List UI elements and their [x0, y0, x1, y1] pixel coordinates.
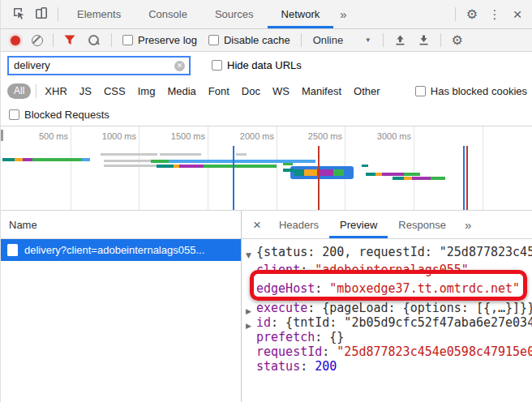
- waterfall-bar: [174, 165, 179, 168]
- overview-gridline: [71, 126, 71, 210]
- tab-response[interactable]: Response: [388, 211, 457, 238]
- tab-sources[interactable]: Sources: [201, 0, 268, 28]
- type-filter-other[interactable]: Other: [354, 85, 380, 97]
- type-filter-doc[interactable]: Doc: [242, 85, 260, 97]
- type-filter-all[interactable]: All: [7, 83, 31, 99]
- has-blocked-cookies-checkbox[interactable]: [415, 86, 426, 96]
- throttling-select[interactable]: Online ▼: [307, 34, 378, 46]
- code-segment: client: [256, 263, 300, 277]
- gear-icon: ⚙: [466, 6, 478, 22]
- overview-waterfall[interactable]: 500 ms1000 ms1500 ms2000 ms2500 ms3000 m…: [1, 126, 532, 211]
- blocked-requests-checkbox[interactable]: [9, 109, 19, 120]
- bottom-split: Name delivery?client=adobeinternalags055…: [1, 211, 532, 402]
- throttling-value: Online: [313, 34, 344, 46]
- overview-tick-label: 1000 ms: [102, 131, 136, 141]
- type-filter-manifest[interactable]: Manifest: [302, 85, 341, 97]
- page-event-line: [463, 146, 465, 210]
- waterfall-bar: [160, 153, 201, 156]
- filter-input[interactable]: [9, 59, 189, 71]
- network-settings-button[interactable]: ⚙: [446, 30, 469, 51]
- record-network-log-button[interactable]: [11, 36, 20, 45]
- type-filter-img[interactable]: Img: [138, 85, 156, 97]
- more-tabs-icon[interactable]: »: [333, 7, 353, 21]
- code-segment: {status: 200, requestId: "25d877823c454e…: [256, 245, 532, 259]
- divider: [383, 33, 384, 47]
- tab-network[interactable]: Network: [268, 0, 334, 28]
- type-filter-ws[interactable]: WS: [272, 85, 290, 97]
- divider: [440, 33, 441, 47]
- filter-funnel-icon[interactable]: [64, 35, 75, 45]
- code-segment: execute: [256, 301, 307, 315]
- code-segment: "25d877823c454e0598c47915e0d: [337, 344, 532, 359]
- name-column-header[interactable]: Name: [1, 211, 241, 239]
- search-icon[interactable]: [88, 34, 100, 46]
- detail-tabbar: × Headers Preview Response »: [242, 211, 532, 239]
- type-filter-css[interactable]: CSS: [104, 85, 126, 97]
- expand-toggle-icon[interactable]: ▶: [246, 319, 251, 333]
- waterfall-bar: [15, 158, 23, 161]
- preserve-log-checkbox[interactable]: [122, 35, 133, 45]
- type-filter-js[interactable]: JS: [79, 85, 92, 97]
- hide-data-urls-control: Hide data URLs: [212, 59, 302, 71]
- overview-tick-label: 500 ms: [39, 131, 68, 141]
- request-row-selected[interactable]: delivery?client=adobeinternalags055...: [1, 239, 241, 261]
- type-filter-xhr[interactable]: XHR: [45, 85, 66, 97]
- divider: [455, 7, 456, 21]
- code-segment: edgeHost: [256, 281, 315, 296]
- has-blocked-cookies-control: Has blocked cookies: [415, 85, 527, 97]
- import-har-icon[interactable]: [394, 34, 406, 46]
- divider: [58, 7, 58, 21]
- code-segment: :: [300, 359, 315, 374]
- clear-filter-icon[interactable]: ✕: [174, 61, 185, 71]
- devtools-menu-button[interactable]: ⋮: [483, 4, 506, 25]
- divider: [111, 33, 112, 47]
- preview-pane: ▼{status: 200, requestId: "25d877823c454…: [242, 239, 532, 402]
- overview-gridline: [483, 126, 483, 210]
- waterfall-bar: [362, 165, 368, 167]
- waterfall-bar: [304, 169, 317, 176]
- expand-toggle-icon[interactable]: ▼: [246, 248, 251, 263]
- code-segment: "adobeinternalags055": [315, 263, 469, 277]
- code-segment: 200: [315, 359, 337, 374]
- close-icon: ×: [513, 6, 521, 22]
- overview-tick-label: 1500 ms: [171, 131, 205, 141]
- preview-line: prefetch: {}: [256, 330, 532, 344]
- expand-toggle-icon[interactable]: ▶: [246, 304, 251, 319]
- preview-line: ▼{status: 200, requestId: "25d877823c454…: [256, 245, 532, 259]
- type-filter-media[interactable]: Media: [167, 85, 195, 97]
- clear-network-log-icon[interactable]: [32, 35, 43, 46]
- gear-icon: ⚙: [451, 32, 462, 48]
- close-details-icon[interactable]: ×: [253, 218, 261, 232]
- inspect-element-button[interactable]: [7, 4, 30, 25]
- overview-gridline: [139, 126, 139, 210]
- waterfall-bar: [169, 160, 315, 163]
- waterfall-bar: [317, 169, 333, 176]
- document-icon: [7, 244, 18, 256]
- disable-cache-control: Disable cache: [208, 34, 290, 46]
- disable-cache-checkbox[interactable]: [208, 35, 219, 45]
- disable-cache-label: Disable cache: [224, 34, 290, 46]
- preview-line: status: 200: [256, 359, 532, 374]
- blocked-requests-label: Blocked Requests: [24, 109, 109, 121]
- page-event-line: [233, 146, 234, 210]
- preserve-log-control: Preserve log: [122, 34, 197, 46]
- tab-console[interactable]: Console: [135, 0, 201, 28]
- waterfall-bar: [82, 158, 90, 161]
- divider: [53, 33, 54, 47]
- hide-data-urls-checkbox[interactable]: [212, 60, 222, 71]
- overview-gridline: [277, 126, 277, 210]
- chevron-down-icon: ▼: [365, 36, 371, 44]
- tab-elements[interactable]: Elements: [63, 0, 135, 28]
- close-devtools-button[interactable]: ×: [506, 4, 529, 25]
- tab-headers[interactable]: Headers: [268, 211, 329, 238]
- waterfall-bar: [179, 165, 204, 168]
- tab-preview[interactable]: Preview: [329, 211, 388, 238]
- settings-button[interactable]: ⚙: [461, 4, 483, 25]
- export-har-icon[interactable]: [418, 34, 430, 46]
- more-detail-tabs-icon[interactable]: »: [457, 218, 479, 232]
- waterfall-bar: [431, 177, 445, 180]
- main-tabbar: Elements Console Sources Network » ⚙ ⋮ ×: [1, 0, 532, 29]
- type-filter-font[interactable]: Font: [208, 85, 230, 97]
- page-event-line: [466, 146, 468, 210]
- device-toolbar-button[interactable]: [30, 4, 53, 25]
